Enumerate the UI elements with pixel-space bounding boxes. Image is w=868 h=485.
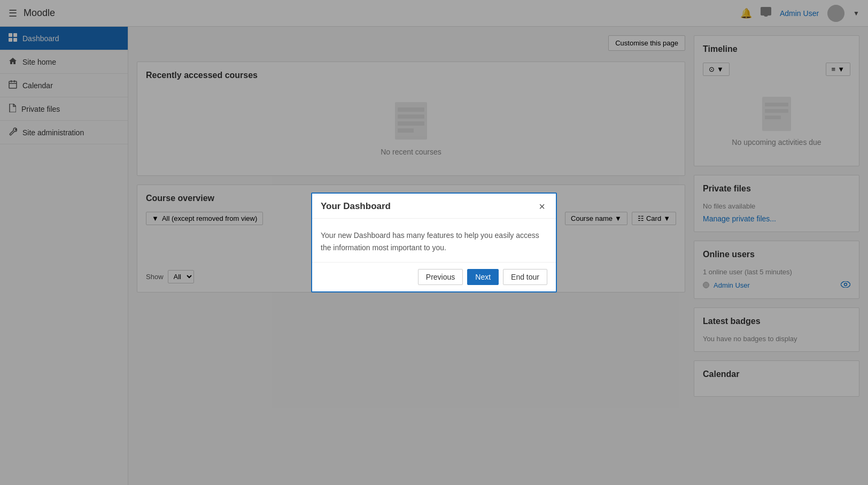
modal-close-button[interactable]: ×	[537, 201, 547, 212]
end-tour-button[interactable]: End tour	[503, 269, 547, 285]
modal-title: Your Dashboard	[321, 201, 391, 212]
previous-button[interactable]: Previous	[418, 269, 463, 285]
modal-body: Your new Dashboard has many features to …	[312, 219, 556, 262]
tour-modal: Your Dashboard × Your new Dashboard has …	[311, 193, 557, 292]
modal-body-text: Your new Dashboard has many features to …	[321, 229, 547, 253]
modal-footer: Previous Next End tour	[312, 262, 556, 291]
next-button[interactable]: Next	[467, 269, 499, 285]
modal-header: Your Dashboard ×	[312, 194, 556, 219]
modal-overlay[interactable]: Your Dashboard × Your new Dashboard has …	[0, 0, 868, 485]
